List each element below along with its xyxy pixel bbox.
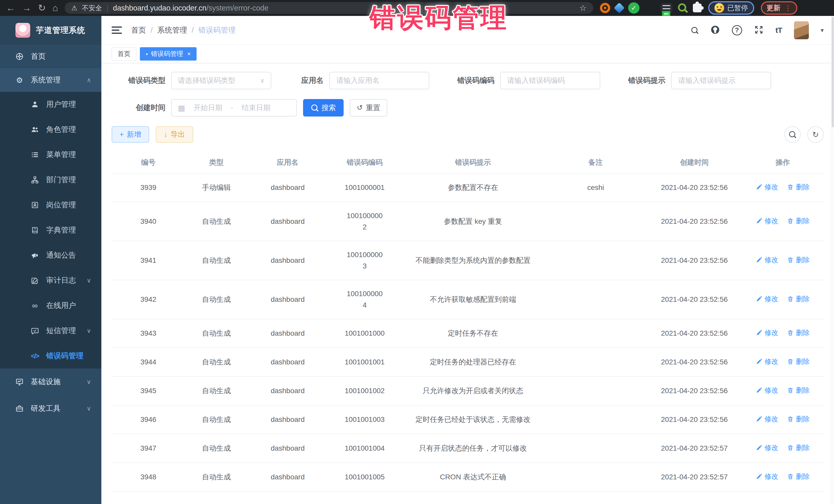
browser-back-icon[interactable]: ← <box>6 3 15 13</box>
error-hint-input[interactable] <box>678 76 765 85</box>
sidebar-group-system[interactable]: ⚙ 系统管理 ∧ <box>0 68 101 92</box>
sidebar-item-roles[interactable]: 角色管理 <box>0 117 101 142</box>
date-range-picker[interactable]: ▦ - <box>171 99 297 116</box>
infrastructure-icon <box>15 378 24 386</box>
sidebar-item-label: 菜单管理 <box>46 150 76 160</box>
edit-link[interactable]: 修改 <box>756 385 778 396</box>
trash-icon <box>787 473 794 480</box>
extension-green-check-icon[interactable]: ✓ <box>628 2 639 14</box>
edit-link[interactable]: 修改 <box>756 254 778 266</box>
browser-menu-icon[interactable]: ⋮ <box>785 4 792 12</box>
delete-link-label: 删除 <box>796 293 810 305</box>
sidebar-item-departments[interactable]: 部门管理 <box>0 167 101 193</box>
cell-app: dashboard <box>248 376 328 405</box>
edit-link[interactable]: 修改 <box>756 471 778 482</box>
sidebar-group-sms[interactable]: 短信管理 ∨ <box>0 318 101 343</box>
bookmark-star-icon[interactable]: ☆ <box>579 3 587 13</box>
sidebar-item-home[interactable]: 首页 <box>0 45 101 68</box>
sidebar-item-menus[interactable]: 菜单管理 <box>0 142 101 167</box>
delete-link[interactable]: 删除 <box>787 293 810 305</box>
scrollbar-thumb[interactable] <box>832 17 834 127</box>
search-icon[interactable] <box>691 26 699 34</box>
search-button[interactable]: 搜索 <box>303 99 344 116</box>
extension-list-icon[interactable]: on <box>660 3 672 13</box>
sidebar-item-label: 角色管理 <box>46 125 76 135</box>
delete-link[interactable]: 删除 <box>787 413 810 425</box>
edit-link[interactable]: 修改 <box>756 356 778 367</box>
edit-link[interactable]: 修改 <box>756 413 778 425</box>
edit-link[interactable]: 修改 <box>756 327 778 338</box>
trash-icon <box>787 218 794 224</box>
profile-paused-badge[interactable]: 已暂停 <box>708 1 754 15</box>
reset-button[interactable]: ↺ 重置 <box>350 99 387 116</box>
sidebar-item-label: 短信管理 <box>46 326 76 336</box>
edit-link[interactable]: 修改 <box>756 442 778 454</box>
pencil-icon <box>756 444 762 451</box>
browser-reload-icon[interactable]: ↻ <box>38 3 46 13</box>
sidebar-group-audit-log[interactable]: 审计日志 ∨ <box>0 268 101 293</box>
user-avatar[interactable] <box>794 21 809 39</box>
column-header-hint: 错误码提示 <box>402 152 545 173</box>
help-icon[interactable]: ? <box>732 25 742 36</box>
delete-link[interactable]: 删除 <box>787 356 810 367</box>
error-type-select[interactable]: 请选择错误码类型 ∨ <box>171 72 271 89</box>
browser-update-button[interactable]: 更新 ⋮ <box>761 1 797 15</box>
delete-link[interactable]: 删除 <box>787 254 810 266</box>
extension-gem-icon[interactable] <box>614 3 624 13</box>
sidebar-group-dev-tools[interactable]: 研发工具 ∨ <box>0 395 101 422</box>
start-date-input[interactable] <box>189 104 227 112</box>
browser-home-icon[interactable]: ⌂ <box>52 3 58 13</box>
extensions-puzzle-icon[interactable] <box>693 4 702 12</box>
cell-actions: 修改 删除 <box>742 376 824 405</box>
sidebar-item-users[interactable]: 用户管理 <box>0 92 101 117</box>
error-code-input[interactable] <box>507 76 594 85</box>
breadcrumb-home[interactable]: 首页 <box>131 25 146 36</box>
delete-link[interactable]: 删除 <box>787 327 810 338</box>
sidebar-toggle-icon[interactable] <box>112 26 122 34</box>
sidebar-item-dictionary[interactable]: 字典管理 <box>0 218 101 243</box>
delete-link[interactable]: 删除 <box>787 385 810 396</box>
show-search-button[interactable] <box>784 126 800 143</box>
add-button[interactable]: + 新增 <box>112 126 149 143</box>
extension-target-icon[interactable] <box>600 3 610 13</box>
page-scrollbar[interactable] <box>831 16 834 504</box>
tab-error-code[interactable]: ● 错误码管理 × <box>140 47 197 61</box>
cell-app: dashboard <box>248 280 328 319</box>
sidebar-group-infrastructure[interactable]: 基础设施 ∨ <box>0 369 101 395</box>
sidebar-item-error-code[interactable]: </> 错误码管理 <box>0 343 101 369</box>
refresh-button[interactable]: ↻ <box>807 126 824 143</box>
edit-link[interactable]: 修改 <box>756 181 778 193</box>
tab-home[interactable]: 首页 <box>112 47 136 61</box>
delete-link[interactable]: 删除 <box>787 442 810 454</box>
sms-icon <box>30 327 40 335</box>
edit-link[interactable]: 修改 <box>756 293 778 305</box>
breadcrumb-system[interactable]: 系统管理 <box>157 25 187 36</box>
error-hint-input-wrap <box>671 72 771 89</box>
github-icon[interactable] <box>710 25 720 36</box>
delete-link[interactable]: 删除 <box>787 471 810 482</box>
edit-link[interactable]: 修改 <box>756 215 778 226</box>
sidebar-item-posts[interactable]: 岗位管理 <box>0 193 101 218</box>
end-date-input[interactable] <box>237 104 275 112</box>
cell-hint: 只允许修改为开启或者关闭状态 <box>402 376 545 405</box>
export-button[interactable]: ↓ 导出 <box>156 126 193 143</box>
cell-hint: CRON 表达式不正确 <box>402 463 545 491</box>
close-tab-icon[interactable]: × <box>187 50 191 58</box>
sidebar-item-online-users[interactable]: ∞ 在线用户 <box>0 293 101 318</box>
fullscreen-icon[interactable] <box>754 25 764 36</box>
delete-link[interactable]: 删除 <box>787 215 810 226</box>
table-tools: ↻ <box>784 126 824 143</box>
avatar-caret-icon[interactable]: ▾ <box>821 27 824 34</box>
chevron-down-icon: ∨ <box>86 277 91 284</box>
delete-link[interactable]: 删除 <box>787 181 810 193</box>
delete-link-label: 删除 <box>796 442 810 454</box>
browser-forward-icon[interactable]: → <box>22 3 31 13</box>
address-bar[interactable]: ⚠ 不安全 | dashboard.yudao.iocoder.cn/syste… <box>65 2 593 14</box>
cell-app: dashboard <box>248 173 328 202</box>
app-name-input[interactable] <box>336 76 423 85</box>
font-size-icon[interactable]: tT <box>775 26 782 35</box>
extension-key-icon[interactable] <box>678 3 688 13</box>
sidebar-item-announcements[interactable]: 通知公告 <box>0 243 101 268</box>
extension-grid-icon[interactable] <box>644 3 655 13</box>
app-logo[interactable]: 芋道管理系统 <box>0 16 101 45</box>
